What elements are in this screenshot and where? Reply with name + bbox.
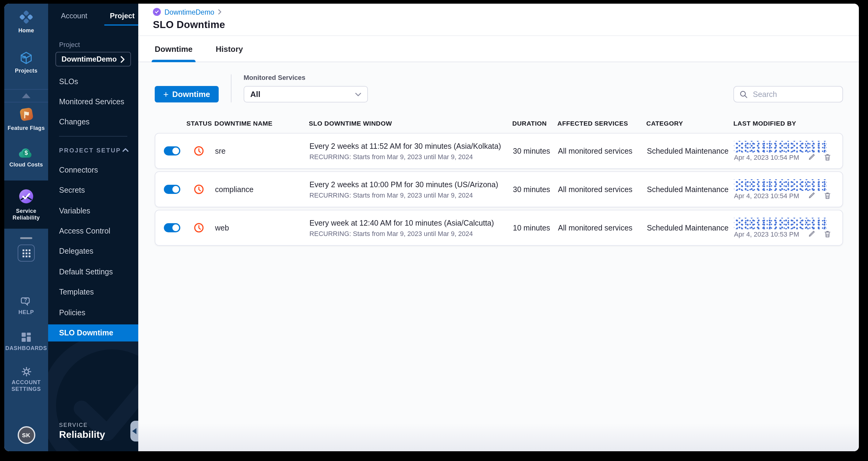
- plus-icon: +: [163, 89, 169, 98]
- search-box: [733, 86, 843, 103]
- module-rail: Home Projects Featur: [4, 4, 48, 451]
- monitored-services-select[interactable]: All: [244, 86, 368, 103]
- delete-icon[interactable]: [824, 153, 832, 161]
- app-window: Home Projects Featur: [4, 4, 859, 451]
- last-modified: Apr 4, 2023 10:54 PM: [734, 141, 834, 161]
- sidebar-item-policies[interactable]: Policies: [48, 302, 138, 323]
- project-selector[interactable]: DowntimeDemo: [56, 52, 131, 66]
- table-row: sre Every 2 weeks at 11:52 AM for 30 min…: [155, 133, 843, 169]
- service-reliability-icon: [17, 187, 35, 205]
- home-diamond-icon: [18, 9, 34, 25]
- new-downtime-button[interactable]: + Downtime: [155, 86, 219, 103]
- sidebar-item-variables[interactable]: Variables: [48, 201, 138, 221]
- rail-label: ACCOUNT SETTINGS: [7, 379, 45, 393]
- category: Scheduled Maintenance: [647, 224, 734, 232]
- delete-icon[interactable]: [824, 230, 832, 238]
- sidebar-collapse-handle[interactable]: [130, 421, 138, 441]
- sidebar-item-home[interactable]: Home: [18, 9, 34, 34]
- column-affected-services: AFFECTED SERVICES: [557, 119, 646, 127]
- triangle-up-icon: [22, 93, 30, 98]
- project-nav-list: SLOs Monitored Services Changes PROJECT …: [48, 71, 138, 342]
- affected-services: All monitored services: [558, 185, 647, 194]
- help-button[interactable]: ? HELP: [18, 297, 34, 316]
- downtime-window: Every 2 weeks at 11:52 AM for 30 minutes…: [309, 142, 513, 160]
- sidebar-item-secrets[interactable]: Secrets: [48, 180, 138, 201]
- breadcrumb-project-link[interactable]: DowntimeDemo: [164, 8, 214, 16]
- sidebar-item-default-settings[interactable]: Default Settings: [48, 262, 138, 282]
- sidebar-item-slo-downtime[interactable]: SLO Downtime: [48, 325, 138, 342]
- filter-label: Monitored Services: [244, 74, 368, 81]
- dashboards-button[interactable]: DASHBOARDS: [5, 332, 47, 352]
- help-chat-icon: ?: [21, 297, 32, 307]
- monitored-services-filter: Monitored Services All: [244, 74, 368, 103]
- column-duration: DURATION: [512, 119, 557, 127]
- nav-divider: [59, 136, 127, 137]
- sidebar-item-monitored-services[interactable]: Monitored Services: [48, 92, 138, 112]
- sidebar-item-projects[interactable]: Projects: [15, 51, 37, 75]
- sidebar-item-delegates[interactable]: Delegates: [48, 241, 138, 262]
- category: Scheduled Maintenance: [647, 185, 734, 194]
- status-toggle[interactable]: [164, 185, 180, 194]
- screen: Home Projects Featur: [0, 0, 868, 461]
- sidebar-item-cloud-costs[interactable]: $ Cloud Costs: [9, 146, 43, 168]
- module-label: Service Reliability: [7, 208, 45, 221]
- last-modified: Apr 4, 2023 10:53 PM: [734, 218, 834, 238]
- project-setup-header[interactable]: PROJECT SETUP: [48, 140, 138, 160]
- redacted-user-name: [734, 218, 827, 229]
- apps-grid-button[interactable]: [18, 244, 35, 262]
- main-area: DowntimeDemo SLO Downtime Downtime Histo…: [138, 4, 859, 451]
- status-toggle[interactable]: [164, 223, 180, 232]
- edit-icon[interactable]: [808, 153, 816, 161]
- sidebar-item-templates[interactable]: Templates: [48, 282, 138, 302]
- recurring-clock-icon: [194, 223, 215, 233]
- category: Scheduled Maintenance: [647, 147, 734, 155]
- account-settings-button[interactable]: ACCOUNT SETTINGS: [7, 367, 45, 393]
- table-row: web Every week at 12:40 AM for 10 minute…: [155, 210, 843, 246]
- module-label: Home: [18, 27, 34, 34]
- sidebar-item-feature-flags[interactable]: Feature Flags: [8, 106, 45, 132]
- downtime-window: Every 2 weeks at 10:00 PM for 30 minutes…: [309, 180, 513, 199]
- cube-icon: [19, 51, 33, 65]
- content-area: + Downtime Monitored Services All: [138, 62, 859, 451]
- module-label: Cloud Costs: [9, 162, 43, 168]
- column-window: SLO DOWNTIME WINDOW: [309, 119, 512, 127]
- sidebar-item-slos[interactable]: SLOs: [48, 71, 138, 92]
- select-value: All: [250, 90, 260, 99]
- delete-icon[interactable]: [824, 191, 832, 200]
- recurrence-text: RECURRING: Starts from Mar 9, 2023 until…: [309, 230, 513, 237]
- edit-icon[interactable]: [808, 230, 816, 238]
- project-field-label: Project: [59, 41, 138, 48]
- flag-icon: [18, 106, 34, 122]
- duration: 30 minutes: [513, 185, 558, 194]
- scroll-up-button[interactable]: [4, 89, 48, 103]
- tab-project[interactable]: Project: [110, 11, 135, 26]
- toolbar: + Downtime Monitored Services All: [155, 74, 843, 103]
- module-footer: SERVICE Reliability: [48, 422, 138, 451]
- user-avatar[interactable]: SK: [18, 426, 35, 444]
- recurrence-text: RECURRING: Starts from Mar 9, 2023 until…: [309, 153, 513, 160]
- table-row: compliance Every 2 weeks at 10:00 PM for…: [155, 171, 843, 207]
- tab-account[interactable]: Account: [61, 11, 87, 26]
- chevron-right-icon: [218, 9, 222, 15]
- redacted-user-name: [734, 179, 827, 191]
- modified-date: Apr 4, 2023 10:54 PM: [734, 192, 799, 199]
- sidebar-item-connectors[interactable]: Connectors: [48, 160, 138, 180]
- sidebar-item-changes[interactable]: Changes: [48, 112, 138, 133]
- rail-divider: [20, 237, 32, 239]
- downtime-name: compliance: [215, 185, 309, 194]
- redacted-user-name: [734, 141, 827, 152]
- edit-icon[interactable]: [808, 192, 816, 199]
- footer-reliability-label: Reliability: [59, 429, 138, 440]
- sidebar-item-access-control[interactable]: Access Control: [48, 221, 138, 241]
- footer-service-label: SERVICE: [59, 422, 138, 428]
- tab-history[interactable]: History: [216, 36, 243, 62]
- status-toggle[interactable]: [164, 146, 180, 155]
- duration: 30 minutes: [513, 147, 558, 155]
- toolbar-divider: [231, 75, 231, 103]
- module-label: Projects: [15, 68, 37, 75]
- sidebar-item-service-reliability[interactable]: Service Reliability: [4, 180, 48, 229]
- tab-downtime[interactable]: Downtime: [155, 36, 192, 62]
- recurrence-text: RECURRING: Starts from Mar 9, 2023 until…: [309, 191, 513, 199]
- search-input[interactable]: [752, 89, 837, 99]
- column-category: CATEGORY: [646, 119, 733, 127]
